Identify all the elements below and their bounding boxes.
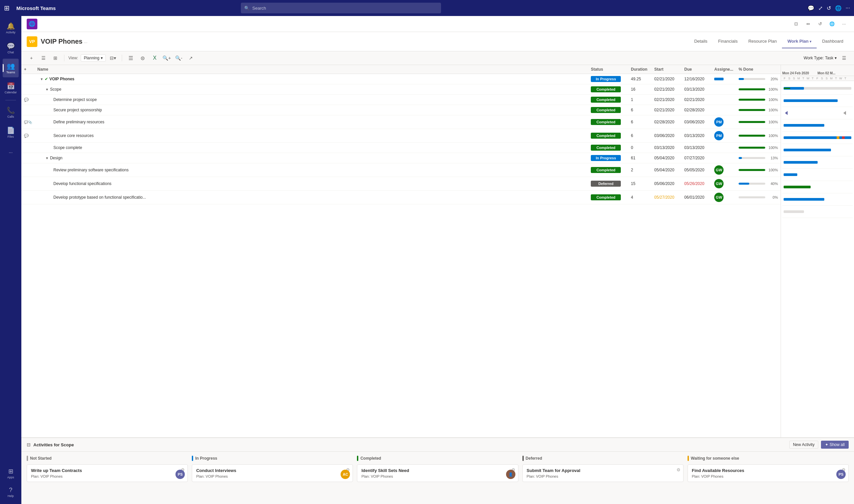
row-name: Determine project scope — [35, 95, 588, 105]
column-bar — [357, 456, 358, 461]
filter-btn[interactable]: ⊟▾ — [108, 53, 118, 63]
rail-divider — [5, 100, 16, 100]
search-bar[interactable]: 🔍 — [241, 3, 441, 13]
tab-details[interactable]: Details — [689, 35, 713, 48]
refresh-icon[interactable]: ↺ — [827, 5, 831, 11]
gantt-bar-row — [782, 82, 853, 95]
work-type-selector[interactable]: Work Type: Task ▾ — [804, 56, 837, 60]
progress-bar-container: 20% — [738, 77, 778, 81]
toolbar-divider-2 — [122, 55, 122, 61]
col-due[interactable]: Due — [681, 65, 712, 74]
expand-icon[interactable]: ▼ — [46, 88, 49, 91]
card-subtitle: Plan: VOIP Phones — [692, 474, 844, 478]
sidebar-item-apps[interactable]: ⊞ Apps — [3, 464, 19, 483]
card-title: Conduct Interviews — [196, 468, 349, 473]
activity-card[interactable]: ⚙ Identify Skill Sets Need Plan: VOIP Ph… — [357, 464, 518, 482]
chat-nav-icon: 💬 — [7, 42, 15, 50]
col-add[interactable]: + — [21, 65, 35, 74]
sidebar-item-more[interactable]: ··· — [3, 143, 19, 162]
status-badge: Completed — [591, 133, 621, 139]
activity-card[interactable]: ⚙ Write up Team Contracts Plan: VOIP Pho… — [27, 464, 188, 482]
table-row[interactable]: Review preliminary software specificatio… — [21, 163, 781, 177]
bottom-panel: ⊟ Activities for Scope New Activity ✦ Sh… — [21, 437, 854, 504]
task-table-container[interactable]: + Name Status Duration Start Due Assigne… — [21, 65, 781, 437]
top-bar-actions: 💬 ⤢ ↺ 🌐 ··· — [808, 5, 850, 11]
gantt-week-2: Mon 02 M... — [818, 71, 853, 75]
more-icon[interactable]: ··· — [846, 5, 850, 11]
web-icon[interactable]: 🌐 — [827, 19, 837, 29]
tab-work-plan[interactable]: Work Plan ▾ — [782, 35, 817, 48]
globe-icon[interactable]: 🌐 — [835, 5, 842, 11]
table-row[interactable]: Scope complete Completed 0 03/13/2020 03… — [21, 143, 781, 153]
activity-column-not-started: Not Started ⚙ Write up Team Contracts Pl… — [27, 456, 188, 500]
sidebar-item-calls[interactable]: 📞 Calls — [3, 103, 19, 122]
expand-icon[interactable]: ⤢ — [818, 5, 823, 11]
card-title: Identify Skill Sets Need — [361, 468, 514, 473]
sidebar-item-help[interactable]: ? Help — [3, 483, 19, 501]
col-pct-done[interactable]: % Done — [736, 65, 781, 74]
tab-financials[interactable]: Financials — [713, 35, 743, 48]
expand-icon[interactable]: ▼ — [46, 156, 49, 160]
app-header-actions: ⊡ ⇔ ↺ 🌐 ··· — [791, 19, 849, 29]
gear-icon[interactable]: ⚙ — [677, 467, 681, 472]
col-duration[interactable]: Duration — [628, 65, 651, 74]
col-start[interactable]: Start — [651, 65, 681, 74]
gantt-bar-row — [782, 181, 853, 193]
grid-icon[interactable]: ⊞ — [4, 4, 10, 12]
table-row[interactable]: Develop prototype based on functional sp… — [21, 191, 781, 204]
table-row[interactable]: ▼ Scope Completed 16 02/21/2020 03/13/20… — [21, 84, 781, 95]
column-label: Waiting for someone else — [691, 456, 739, 461]
sidebar-item-files[interactable]: 📄 Files — [3, 123, 19, 142]
detail-view-btn[interactable]: ☰ — [39, 53, 48, 63]
expand-icon[interactable]: ▼ — [40, 77, 43, 81]
add-row-btn[interactable]: + — [27, 53, 36, 63]
column-bar — [27, 456, 28, 461]
card-subtitle: Plan: VOIP Phones — [361, 474, 514, 478]
table-row[interactable]: ▼ Design In Progress 61 05/04/2020 07/27… — [21, 153, 781, 163]
reload-icon[interactable]: ↺ — [815, 19, 825, 29]
sidebar-item-activity[interactable]: 🔔 Activity — [3, 19, 19, 37]
sidebar-item-chat[interactable]: 💬 Chat — [3, 39, 19, 57]
search-input[interactable] — [252, 6, 438, 11]
export-btn[interactable]: X — [150, 53, 159, 63]
table-row[interactable]: 💬 Determine project scope Completed 1 02… — [21, 95, 781, 105]
collapse-icon[interactable]: ⇔ — [803, 19, 813, 29]
row-name: Define preliminary resources — [35, 115, 588, 129]
col-name[interactable]: Name — [35, 65, 588, 74]
zoom-in-btn[interactable]: 🔍+ — [162, 53, 172, 63]
col-status[interactable]: Status — [588, 65, 628, 74]
minimize-icon[interactable]: ⊡ — [791, 19, 801, 29]
activity-card[interactable]: ⚙ Submit Team for Approval Plan: VOIP Ph… — [522, 464, 683, 482]
table-row[interactable]: Develop functional specifications Deferr… — [21, 177, 781, 191]
card-title: Find Available Resources — [692, 468, 844, 473]
activity-cards: Not Started ⚙ Write up Team Contracts Pl… — [21, 452, 854, 504]
activity-card[interactable]: ⚙ Conduct Interviews Plan: VOIP Phones A… — [192, 464, 353, 482]
sidebar-item-calendar[interactable]: 📅 Calendar — [3, 79, 19, 97]
chat-icon[interactable]: 💬 — [808, 5, 814, 11]
calls-icon: 📞 — [7, 106, 15, 114]
ungroup-rows-btn[interactable]: ⊜ — [138, 53, 147, 63]
table-row[interactable]: Secure project sponsorship Completed 6 0… — [21, 105, 781, 115]
status-badge: In Progress — [591, 155, 621, 161]
table-row[interactable]: 💬📎 Define preliminary resources Complete… — [21, 115, 781, 129]
filter-icon: ⊟ — [27, 442, 31, 447]
grid-view-btn[interactable]: ⊞ — [51, 53, 60, 63]
tab-resource-plan[interactable]: Resource Plan — [743, 35, 782, 48]
activity-card[interactable]: ⚙ Find Available Resources Plan: VOIP Ph… — [687, 464, 849, 482]
view-selector[interactable]: Planning ▾ — [81, 54, 106, 62]
options-icon[interactable]: ··· — [839, 19, 849, 29]
status-badge: Completed — [591, 167, 621, 173]
group-rows-btn[interactable]: ☰ — [126, 53, 136, 63]
top-bar: ⊞ Microsoft Teams 🔍 💬 ⤢ ↺ 🌐 ··· — [0, 0, 854, 16]
table-row[interactable]: ▼ ✔ VOIP Phones In Progress 49.25 02/21/… — [21, 74, 781, 84]
tab-dashboard[interactable]: Dashboard — [817, 35, 849, 48]
table-row[interactable]: 💬 Secure core resources Completed 6 03/0… — [21, 129, 781, 143]
table-header-row: + Name Status Duration Start Due Assigne… — [21, 65, 781, 74]
zoom-out-btn[interactable]: 🔍- — [174, 53, 184, 63]
sidebar-item-teams[interactable]: 👥 Teams — [3, 59, 19, 77]
new-activity-btn[interactable]: New Activity — [789, 441, 818, 449]
col-assignee[interactable]: Assigne... — [712, 65, 736, 74]
external-link-btn[interactable]: ↗ — [186, 53, 195, 63]
column-settings-btn[interactable]: ☰ — [839, 53, 849, 63]
show-all-btn[interactable]: ✦ Show all — [821, 441, 849, 449]
